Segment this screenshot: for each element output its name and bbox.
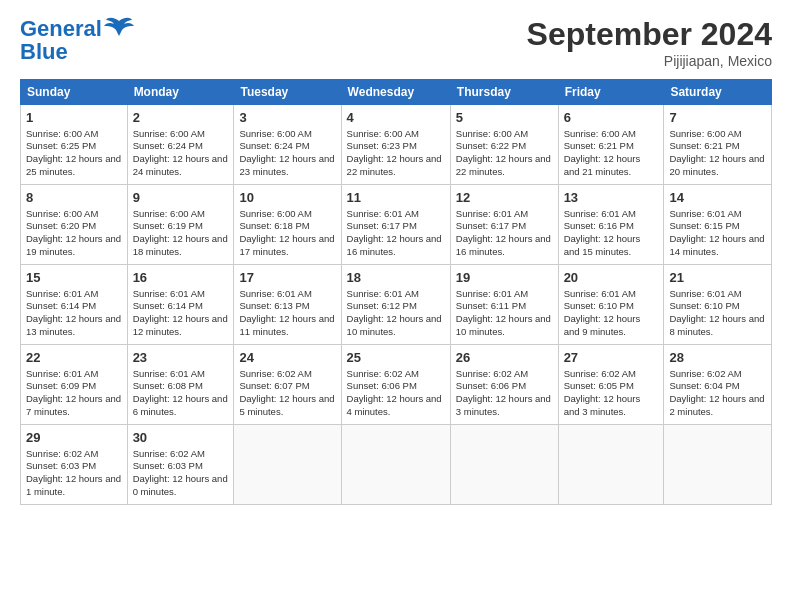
day-info: Sunrise: 6:01 AMSunset: 6:14 PMDaylight:… (133, 288, 229, 339)
day-number: 18 (347, 269, 445, 287)
calendar-week-row: 22Sunrise: 6:01 AMSunset: 6:09 PMDayligh… (21, 345, 772, 425)
calendar-day-cell (558, 425, 664, 505)
calendar-week-row: 29Sunrise: 6:02 AMSunset: 6:03 PMDayligh… (21, 425, 772, 505)
title-section: September 2024 Pijijiapan, Mexico (527, 16, 772, 69)
day-info: Sunrise: 6:00 AMSunset: 6:20 PMDaylight:… (26, 208, 122, 259)
calendar-day-cell: 23Sunrise: 6:01 AMSunset: 6:08 PMDayligh… (127, 345, 234, 425)
calendar-day-cell: 16Sunrise: 6:01 AMSunset: 6:14 PMDayligh… (127, 265, 234, 345)
day-number: 27 (564, 349, 659, 367)
day-info: Sunrise: 6:01 AMSunset: 6:16 PMDaylight:… (564, 208, 659, 259)
calendar-day-cell: 25Sunrise: 6:02 AMSunset: 6:06 PMDayligh… (341, 345, 450, 425)
day-info: Sunrise: 6:00 AMSunset: 6:19 PMDaylight:… (133, 208, 229, 259)
page-header: General Blue September 2024 Pijijiapan, … (20, 16, 772, 69)
day-info: Sunrise: 6:00 AMSunset: 6:18 PMDaylight:… (239, 208, 335, 259)
day-number: 29 (26, 429, 122, 447)
calendar-day-cell: 21Sunrise: 6:01 AMSunset: 6:10 PMDayligh… (664, 265, 772, 345)
calendar-day-cell: 22Sunrise: 6:01 AMSunset: 6:09 PMDayligh… (21, 345, 128, 425)
day-info: Sunrise: 6:01 AMSunset: 6:14 PMDaylight:… (26, 288, 122, 339)
calendar-day-cell: 12Sunrise: 6:01 AMSunset: 6:17 PMDayligh… (450, 185, 558, 265)
calendar-week-row: 8Sunrise: 6:00 AMSunset: 6:20 PMDaylight… (21, 185, 772, 265)
calendar-day-cell: 24Sunrise: 6:02 AMSunset: 6:07 PMDayligh… (234, 345, 341, 425)
day-info: Sunrise: 6:02 AMSunset: 6:06 PMDaylight:… (347, 368, 445, 419)
calendar-day-cell (664, 425, 772, 505)
day-number: 7 (669, 109, 766, 127)
calendar-day-cell: 9Sunrise: 6:00 AMSunset: 6:19 PMDaylight… (127, 185, 234, 265)
day-number: 11 (347, 189, 445, 207)
day-header-wednesday: Wednesday (341, 80, 450, 105)
day-header-tuesday: Tuesday (234, 80, 341, 105)
day-number: 8 (26, 189, 122, 207)
day-info: Sunrise: 6:02 AMSunset: 6:05 PMDaylight:… (564, 368, 659, 419)
calendar-week-row: 1Sunrise: 6:00 AMSunset: 6:25 PMDaylight… (21, 105, 772, 185)
location: Pijijiapan, Mexico (527, 53, 772, 69)
day-number: 2 (133, 109, 229, 127)
calendar-day-cell: 5Sunrise: 6:00 AMSunset: 6:22 PMDaylight… (450, 105, 558, 185)
calendar-day-cell: 17Sunrise: 6:01 AMSunset: 6:13 PMDayligh… (234, 265, 341, 345)
calendar-day-cell (450, 425, 558, 505)
day-info: Sunrise: 6:00 AMSunset: 6:24 PMDaylight:… (133, 128, 229, 179)
calendar-day-cell: 1Sunrise: 6:00 AMSunset: 6:25 PMDaylight… (21, 105, 128, 185)
day-info: Sunrise: 6:01 AMSunset: 6:10 PMDaylight:… (669, 288, 766, 339)
day-info: Sunrise: 6:02 AMSunset: 6:07 PMDaylight:… (239, 368, 335, 419)
calendar-day-cell: 18Sunrise: 6:01 AMSunset: 6:12 PMDayligh… (341, 265, 450, 345)
day-info: Sunrise: 6:02 AMSunset: 6:03 PMDaylight:… (133, 448, 229, 499)
calendar-day-cell: 7Sunrise: 6:00 AMSunset: 6:21 PMDaylight… (664, 105, 772, 185)
day-info: Sunrise: 6:00 AMSunset: 6:21 PMDaylight:… (669, 128, 766, 179)
calendar-day-cell (341, 425, 450, 505)
day-info: Sunrise: 6:00 AMSunset: 6:22 PMDaylight:… (456, 128, 553, 179)
logo-bird-icon (104, 16, 134, 42)
day-info: Sunrise: 6:02 AMSunset: 6:04 PMDaylight:… (669, 368, 766, 419)
day-info: Sunrise: 6:01 AMSunset: 6:10 PMDaylight:… (564, 288, 659, 339)
calendar-day-cell: 6Sunrise: 6:00 AMSunset: 6:21 PMDaylight… (558, 105, 664, 185)
calendar-day-cell: 20Sunrise: 6:01 AMSunset: 6:10 PMDayligh… (558, 265, 664, 345)
day-info: Sunrise: 6:01 AMSunset: 6:13 PMDaylight:… (239, 288, 335, 339)
day-number: 13 (564, 189, 659, 207)
days-header-row: SundayMondayTuesdayWednesdayThursdayFrid… (21, 80, 772, 105)
day-info: Sunrise: 6:00 AMSunset: 6:24 PMDaylight:… (239, 128, 335, 179)
day-number: 5 (456, 109, 553, 127)
logo-blue-text: Blue (20, 40, 134, 64)
day-number: 14 (669, 189, 766, 207)
day-info: Sunrise: 6:02 AMSunset: 6:03 PMDaylight:… (26, 448, 122, 499)
day-number: 25 (347, 349, 445, 367)
day-info: Sunrise: 6:00 AMSunset: 6:21 PMDaylight:… (564, 128, 659, 179)
day-number: 9 (133, 189, 229, 207)
day-info: Sunrise: 6:01 AMSunset: 6:15 PMDaylight:… (669, 208, 766, 259)
day-number: 17 (239, 269, 335, 287)
day-number: 10 (239, 189, 335, 207)
calendar-day-cell: 30Sunrise: 6:02 AMSunset: 6:03 PMDayligh… (127, 425, 234, 505)
day-number: 23 (133, 349, 229, 367)
day-number: 12 (456, 189, 553, 207)
day-number: 26 (456, 349, 553, 367)
day-number: 20 (564, 269, 659, 287)
day-header-monday: Monday (127, 80, 234, 105)
calendar-day-cell: 2Sunrise: 6:00 AMSunset: 6:24 PMDaylight… (127, 105, 234, 185)
day-number: 1 (26, 109, 122, 127)
day-number: 30 (133, 429, 229, 447)
calendar-table: SundayMondayTuesdayWednesdayThursdayFrid… (20, 79, 772, 505)
day-number: 16 (133, 269, 229, 287)
calendar-day-cell: 14Sunrise: 6:01 AMSunset: 6:15 PMDayligh… (664, 185, 772, 265)
day-info: Sunrise: 6:01 AMSunset: 6:08 PMDaylight:… (133, 368, 229, 419)
day-number: 3 (239, 109, 335, 127)
calendar-day-cell: 11Sunrise: 6:01 AMSunset: 6:17 PMDayligh… (341, 185, 450, 265)
calendar-day-cell: 8Sunrise: 6:00 AMSunset: 6:20 PMDaylight… (21, 185, 128, 265)
day-info: Sunrise: 6:01 AMSunset: 6:17 PMDaylight:… (347, 208, 445, 259)
day-info: Sunrise: 6:00 AMSunset: 6:25 PMDaylight:… (26, 128, 122, 179)
day-header-thursday: Thursday (450, 80, 558, 105)
day-number: 19 (456, 269, 553, 287)
day-number: 15 (26, 269, 122, 287)
day-info: Sunrise: 6:01 AMSunset: 6:09 PMDaylight:… (26, 368, 122, 419)
day-number: 28 (669, 349, 766, 367)
day-info: Sunrise: 6:01 AMSunset: 6:11 PMDaylight:… (456, 288, 553, 339)
calendar-day-cell (234, 425, 341, 505)
day-info: Sunrise: 6:02 AMSunset: 6:06 PMDaylight:… (456, 368, 553, 419)
calendar-day-cell: 3Sunrise: 6:00 AMSunset: 6:24 PMDaylight… (234, 105, 341, 185)
calendar-day-cell: 19Sunrise: 6:01 AMSunset: 6:11 PMDayligh… (450, 265, 558, 345)
calendar-day-cell: 26Sunrise: 6:02 AMSunset: 6:06 PMDayligh… (450, 345, 558, 425)
logo: General Blue (20, 16, 134, 64)
month-title: September 2024 (527, 16, 772, 53)
day-header-friday: Friday (558, 80, 664, 105)
calendar-day-cell: 29Sunrise: 6:02 AMSunset: 6:03 PMDayligh… (21, 425, 128, 505)
calendar-day-cell: 28Sunrise: 6:02 AMSunset: 6:04 PMDayligh… (664, 345, 772, 425)
